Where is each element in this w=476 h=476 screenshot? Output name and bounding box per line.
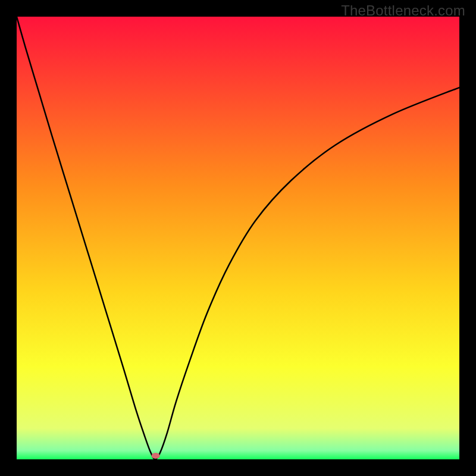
chart-svg [17,17,459,459]
chart-container: TheBottleneck.com [0,0,476,476]
plot-area [17,17,459,459]
minimum-marker [152,453,160,459]
